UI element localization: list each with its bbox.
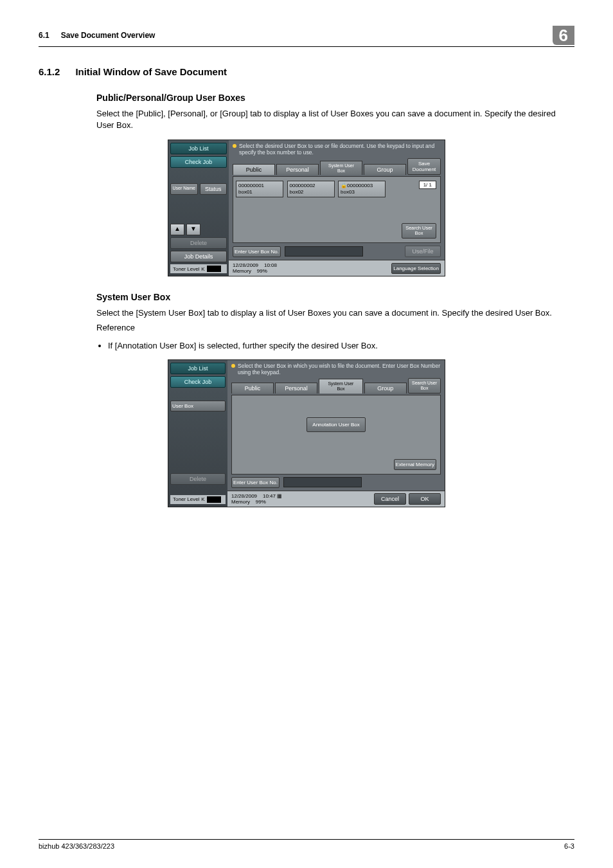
enter-box-label: Enter User Box No. bbox=[233, 246, 281, 257]
screenshot-system: Job List Check Job User Box Delete Toner… bbox=[168, 359, 445, 507]
job-list-button[interactable]: Job List bbox=[170, 143, 227, 154]
job-details-button[interactable]: Job Details bbox=[170, 251, 227, 262]
check-job-button[interactable]: Check Job bbox=[170, 156, 227, 168]
guidance-message: Select the User Box in which you wish to… bbox=[231, 363, 441, 375]
section-number: 6.1.2 bbox=[39, 66, 60, 77]
status-col: Status bbox=[200, 183, 227, 195]
delete-button[interactable]: Delete bbox=[170, 237, 227, 249]
page-indicator: 1/ 1 bbox=[419, 181, 436, 189]
scroll-arrows: ▲ ▼ bbox=[170, 224, 227, 235]
tab-system[interactable]: System User Box bbox=[320, 161, 362, 175]
status-bar: 12/28/2009 10:47 ▦ Memory 99% Cancel OK bbox=[227, 491, 445, 507]
header-title: Save Document Overview bbox=[61, 31, 553, 40]
cancel-button[interactable]: Cancel bbox=[374, 493, 406, 505]
reference-bullet: If [Annotation User Box] is selected, fu… bbox=[108, 341, 574, 350]
user-name-col: User Name bbox=[170, 183, 198, 195]
job-list-button[interactable]: Job List bbox=[170, 363, 226, 374]
box-list-panel: Annotation User Box External Memory bbox=[231, 395, 441, 475]
tab-personal[interactable]: Personal bbox=[275, 383, 317, 393]
section-title: Initial Window of Save Document bbox=[75, 66, 227, 77]
subhead-system: System User Box bbox=[96, 292, 574, 302]
enter-box-label: Enter User Box No. bbox=[231, 477, 280, 488]
info-icon bbox=[233, 144, 236, 148]
user-box-col: User Box bbox=[170, 401, 226, 411]
user-box-item[interactable]: 000000001 box01 bbox=[236, 181, 283, 197]
tab-group[interactable]: Group bbox=[364, 383, 407, 393]
reference-list: If [Annotation User Box] is selected, fu… bbox=[96, 341, 574, 350]
enter-box-row: Enter User Box No. bbox=[227, 475, 445, 491]
external-memory-button[interactable]: External Memory bbox=[394, 459, 436, 470]
lock-icon: 🔒 bbox=[341, 183, 347, 188]
arrow-up-icon[interactable]: ▲ bbox=[170, 224, 184, 235]
screenshot-public: Job List Check Job User Name Status ▲ ▼ … bbox=[168, 140, 445, 276]
toner-bar-icon bbox=[207, 266, 221, 272]
delete-button[interactable]: Delete bbox=[170, 473, 226, 485]
tab-group[interactable]: Group bbox=[364, 164, 406, 175]
toner-bar-icon bbox=[207, 496, 221, 503]
search-user-box-button[interactable]: Search User Box bbox=[408, 378, 441, 393]
search-user-box-button[interactable]: Search User Box bbox=[402, 223, 436, 239]
save-document-button[interactable]: Save Document bbox=[407, 158, 441, 175]
enter-box-row: Enter User Box No. Use/File bbox=[229, 243, 445, 260]
toner-level: Toner Level K bbox=[170, 495, 226, 504]
box-number-input[interactable] bbox=[285, 246, 363, 257]
toner-level: Toner Level K bbox=[170, 264, 227, 273]
header-section: 6.1 bbox=[39, 31, 49, 40]
arrow-down-icon[interactable]: ▼ bbox=[186, 224, 200, 235]
user-box-item[interactable]: 000000002 box02 bbox=[287, 181, 335, 197]
box-number-input[interactable] bbox=[283, 477, 362, 487]
body-system: Select the [System User Box] tab to disp… bbox=[96, 307, 574, 319]
chapter-badge: 6 bbox=[553, 26, 574, 45]
status-icon: ▦ bbox=[277, 493, 282, 499]
guidance-message: Select the desired User Box to use or fi… bbox=[233, 143, 441, 156]
tab-public[interactable]: Public bbox=[231, 383, 274, 393]
use-file-button[interactable]: Use/File bbox=[405, 246, 441, 257]
reference-label: Reference bbox=[96, 323, 574, 332]
box-list-panel: 000000001 box01 000000002 box02 🔒0000000… bbox=[233, 176, 441, 243]
tab-personal[interactable]: Personal bbox=[276, 164, 319, 175]
section-heading: 6.1.2 Initial Window of Save Document bbox=[39, 66, 574, 77]
page-header: 6.1 Save Document Overview 6 bbox=[39, 26, 574, 47]
annotation-user-box-button[interactable]: Annotation User Box bbox=[306, 417, 365, 433]
subhead-public: Public/Personal/Group User Boxes bbox=[96, 93, 574, 103]
language-selection-button[interactable]: Language Selection bbox=[391, 263, 441, 274]
status-bar: 12/28/2009 10:08 Memory 99% Language Sel… bbox=[229, 260, 445, 276]
check-job-button[interactable]: Check Job bbox=[170, 376, 226, 388]
user-box-item[interactable]: 🔒000000003 box03 bbox=[338, 181, 386, 197]
tab-system[interactable]: System User Box bbox=[319, 379, 363, 393]
tab-public[interactable]: Public bbox=[233, 164, 275, 175]
info-icon bbox=[231, 364, 235, 368]
body-public: Select the [Public], [Personal], or [Gro… bbox=[96, 108, 574, 131]
ok-button[interactable]: OK bbox=[409, 493, 441, 505]
